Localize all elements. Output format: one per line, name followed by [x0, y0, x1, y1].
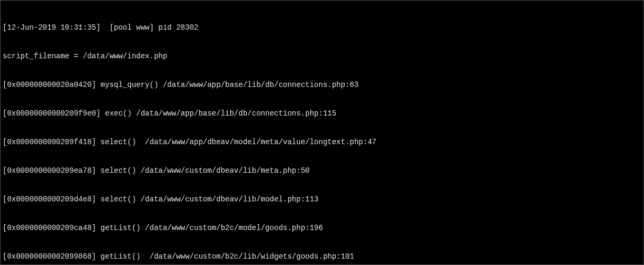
- stack-trace-line: [0x0000000000209ea78] select() /data/www…: [3, 166, 641, 175]
- terminal-output: [12-Jun-2019 10:31:35] [pool www] pid 28…: [1, 1, 643, 265]
- log-header: [12-Jun-2019 10:31:35] [pool www] pid 28…: [3, 23, 641, 32]
- stack-trace-line: [0x0000000000209ca48] getList() /data/ww…: [3, 223, 641, 233]
- script-filename-line: script_filename = /data/www/index.php: [3, 51, 641, 61]
- stack-trace-line: [0x0000000000209d4e8] select() /data/www…: [3, 195, 641, 204]
- stack-trace-line: [0x000000000020a0420] mysql_query() /dat…: [3, 80, 641, 90]
- stack-trace-line: [0x00000000002099868] getList() /data/ww…: [3, 252, 641, 261]
- stack-trace-line: [0x0000000000209f418] select() /data/www…: [3, 137, 641, 147]
- stack-trace-line: [0x00000000000209f9e0] exec() /data/www/…: [3, 109, 641, 118]
